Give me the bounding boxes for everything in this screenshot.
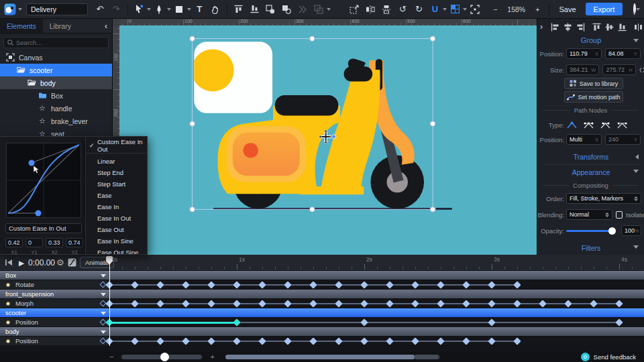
align-right-icon[interactable] <box>576 23 585 32</box>
keyframe-diamond[interactable] <box>233 318 240 326</box>
keyframe-diamond[interactable] <box>335 337 342 345</box>
keyframe-diamond[interactable] <box>258 337 266 345</box>
keyframe-diamond[interactable] <box>513 337 521 345</box>
align-top-icon[interactable] <box>592 23 601 32</box>
node-type-corner-icon[interactable] <box>566 121 578 129</box>
menu-item-step-start[interactable]: Step Start <box>86 178 147 190</box>
keyframe-diamond[interactable] <box>411 300 419 307</box>
mask-button[interactable] <box>264 2 277 17</box>
menu-item-ease-in[interactable]: Ease In <box>86 201 147 213</box>
tree-item-box[interactable]: Box <box>0 89 112 102</box>
size-h-field[interactable]: 275.72H <box>602 64 635 75</box>
grid-caret-icon[interactable] <box>463 8 467 13</box>
playhead-line[interactable] <box>109 263 111 346</box>
menu-item-ease-out[interactable]: Ease Out <box>86 224 147 235</box>
opacity-field[interactable]: 100% <box>621 225 641 236</box>
tab-library[interactable]: Library <box>43 19 78 33</box>
timeline-scrollbar-thumb[interactable] <box>225 355 415 359</box>
keyframe-diamond[interactable] <box>564 300 572 307</box>
menu-item-ease[interactable]: Ease <box>86 190 147 201</box>
search-box[interactable] <box>3 37 109 48</box>
menu-item-linear[interactable]: Linear <box>86 156 147 167</box>
keyframe-diamond[interactable] <box>131 281 138 288</box>
keyframe-diamond[interactable] <box>437 300 444 307</box>
unmask-button[interactable] <box>280 2 293 17</box>
timeline-group-row-scooter[interactable]: scooter <box>0 308 644 318</box>
scale-button[interactable] <box>347 2 361 17</box>
menu-item-ease-in-sine[interactable]: Ease In Sine <box>86 235 147 247</box>
keyframe-diamond[interactable] <box>335 281 342 288</box>
keyframe-diamond[interactable] <box>156 337 164 345</box>
keyframe-diamond[interactable] <box>615 318 623 326</box>
keyframe-diamond[interactable] <box>309 281 317 288</box>
node-tool-button[interactable] <box>132 2 146 17</box>
collapse-left-panel-icon[interactable]: ‹ <box>100 19 112 33</box>
grid-toggle-button[interactable] <box>448 2 462 17</box>
keyframe-diamond[interactable] <box>156 300 164 307</box>
keyframe-diamond[interactable] <box>360 281 368 288</box>
canvas-viewport[interactable]: 0100200300400500600 100200300 <box>113 19 537 255</box>
position-y-field[interactable]: 84.08Y <box>605 48 641 59</box>
timeline-property-row-morph[interactable]: Morph <box>0 299 644 308</box>
keyframe-diamond[interactable] <box>462 281 470 288</box>
keyframe-diamond[interactable] <box>615 300 623 307</box>
keyframe-diamond[interactable] <box>156 281 164 288</box>
order-select[interactable]: Fill, Stroke, Markers <box>566 193 641 204</box>
shape-tool-caret-icon[interactable] <box>187 8 191 13</box>
align-bottom-button[interactable] <box>248 2 261 17</box>
rotate-ccw-button[interactable]: ↺ <box>396 2 409 17</box>
filters-section-toggle[interactable]: Filters <box>537 243 644 253</box>
align-left-icon[interactable] <box>551 23 559 32</box>
search-input[interactable] <box>16 39 105 46</box>
appearance-section-toggle[interactable]: Appearance <box>537 167 644 178</box>
transforms-section-toggle[interactable]: Transforms <box>537 152 644 162</box>
timeline-property-row-rotate[interactable]: Rotate <box>0 280 644 290</box>
size-w-field[interactable]: 384.21W <box>566 64 599 75</box>
keyframe-diamond[interactable] <box>131 337 138 345</box>
keyframe-diamond[interactable] <box>258 281 266 288</box>
timeline-group-row-body[interactable]: body <box>0 327 644 337</box>
keyframe-diamond[interactable] <box>258 300 266 307</box>
blending-select[interactable]: Normal <box>566 209 612 220</box>
ease-x2-field[interactable]: 0.33 <box>46 238 63 247</box>
node-type-asymmetric-icon[interactable] <box>600 121 611 129</box>
keyframe-diamond[interactable] <box>182 337 189 345</box>
isolate-checkbox[interactable] <box>616 211 623 219</box>
keyframe-diamond[interactable] <box>488 281 495 288</box>
timeline-property-row-position[interactable]: Position <box>0 318 644 327</box>
keyframe-diamond[interactable] <box>437 281 444 288</box>
keyframe-diamond[interactable] <box>462 337 470 345</box>
keyframe-diamond[interactable] <box>488 300 495 307</box>
timeline-zoom-out-icon[interactable]: − <box>109 353 113 361</box>
keyframe-diamond[interactable] <box>182 300 189 307</box>
group-header[interactable]: Group <box>537 35 644 46</box>
position-x-field[interactable]: 110.79X <box>566 48 602 59</box>
text-tool-button[interactable]: T <box>193 2 206 17</box>
logo-caret-icon[interactable] <box>18 8 22 13</box>
timeline-scrollbar-extension[interactable] <box>415 355 439 359</box>
keyframe-diamond[interactable] <box>207 300 215 307</box>
opacity-slider[interactable] <box>566 225 616 236</box>
align-center-horizontal-icon[interactable] <box>564 23 572 32</box>
node-position-y-field[interactable]: 240Y <box>605 134 641 145</box>
tree-item-canvas[interactable]: Canvas <box>0 51 112 64</box>
avatar-caret-icon[interactable] <box>636 8 640 13</box>
opacity-slider-knob[interactable] <box>608 227 616 235</box>
keyframe-diamond[interactable] <box>233 281 240 288</box>
keyframe-diamond[interactable] <box>309 300 317 307</box>
keyframe-diamond[interactable] <box>360 300 368 307</box>
node-position-x-field[interactable]: MultiX <box>566 134 602 145</box>
rotate-cw-button[interactable]: ↻ <box>412 2 425 17</box>
timeline-zoom-slider[interactable] <box>121 355 202 359</box>
timeline-zoom-in-icon[interactable]: + <box>210 353 214 361</box>
control-point-1[interactable] <box>36 210 42 217</box>
node-tool-caret-icon[interactable] <box>147 8 151 13</box>
keyframe-diamond[interactable] <box>207 337 215 345</box>
timeline-settings-gear-icon[interactable]: ⚙ <box>56 257 64 268</box>
keyframe-diamond[interactable] <box>462 300 470 307</box>
timeline-property-row-position[interactable]: Position <box>0 337 644 346</box>
menu-item-step-end[interactable]: Step End <box>86 167 147 178</box>
align-top-button[interactable] <box>231 2 245 17</box>
keyframe-diamond[interactable] <box>233 300 240 307</box>
chevron-down-icon[interactable] <box>101 330 106 337</box>
